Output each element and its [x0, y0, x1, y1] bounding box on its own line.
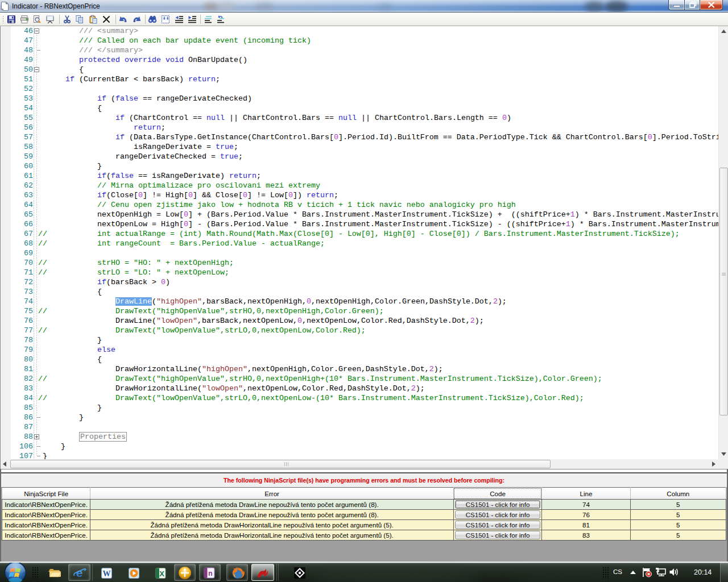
- svg-text:X: X: [159, 569, 164, 577]
- svg-text:n: n: [208, 569, 212, 577]
- svg-text:W: W: [103, 569, 111, 577]
